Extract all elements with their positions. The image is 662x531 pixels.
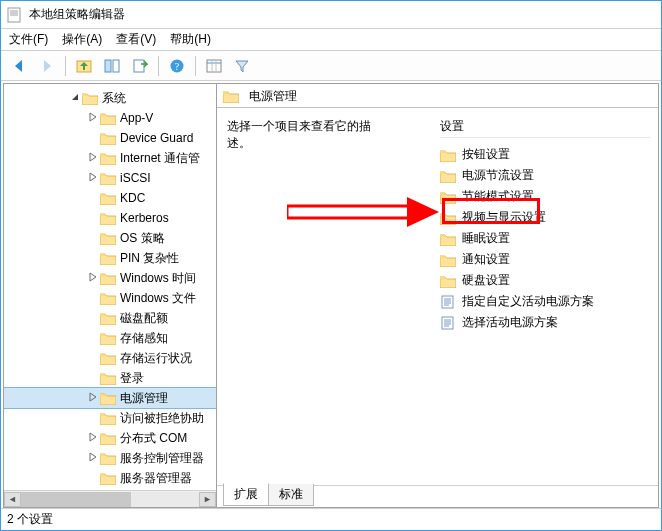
folder-icon (100, 171, 116, 185)
caret-icon[interactable] (86, 272, 100, 284)
scroll-left-button[interactable]: ◄ (4, 492, 21, 507)
caret-icon[interactable] (86, 432, 100, 444)
forward-button[interactable] (35, 54, 59, 78)
list-item[interactable]: 按钮设置 (440, 144, 650, 165)
showhide-button[interactable] (100, 54, 124, 78)
folder-icon (100, 251, 116, 265)
tree-item[interactable]: 服务器管理器 (4, 468, 216, 488)
tree-item[interactable]: 存储感知 (4, 328, 216, 348)
tree-item-label: Internet 通信管 (120, 150, 200, 167)
settings-column-header[interactable]: 设置 (440, 118, 650, 138)
caret-icon[interactable] (86, 112, 100, 124)
columns-icon (206, 58, 222, 74)
menu-view[interactable]: 查看(V) (116, 31, 156, 48)
tree-item-root[interactable]: 系统 (4, 88, 216, 108)
list-item[interactable]: 指定自定义活动电源方案 (440, 291, 650, 312)
window-title: 本地组策略编辑器 (29, 6, 125, 23)
tree-item-label: Windows 文件 (120, 290, 196, 307)
status-text: 2 个设置 (7, 511, 53, 528)
scroll-track[interactable] (21, 492, 199, 507)
toolbar-separator (65, 56, 66, 76)
list-item[interactable]: 选择活动电源方案 (440, 312, 650, 333)
tree-item-label: 系统 (102, 90, 126, 107)
folder-icon (100, 131, 116, 145)
app-icon (7, 7, 23, 23)
tree-item[interactable]: Windows 文件 (4, 288, 216, 308)
tree-item-label: 电源管理 (120, 390, 168, 407)
list-item-label: 通知设置 (462, 251, 510, 268)
content-pane: 电源管理 选择一个项目来查看它的描述。 设置 按钮设置电源节流设置节能模式设置视… (217, 83, 659, 508)
body: 系统App-VDevice GuardInternet 通信管iSCSIKDCK… (1, 81, 661, 508)
folder-icon (100, 111, 116, 125)
tree-item[interactable]: 电源管理 (4, 388, 216, 408)
tree-item-label: 服务器管理器 (120, 470, 192, 487)
menu-action[interactable]: 操作(A) (62, 31, 102, 48)
tree-item[interactable]: iSCSI (4, 168, 216, 188)
menu-help[interactable]: 帮助(H) (170, 31, 211, 48)
list-item-label: 睡眠设置 (462, 230, 510, 247)
tree-item-label: 存储运行状况 (120, 350, 192, 367)
tree-item-label: iSCSI (120, 171, 151, 185)
policy-icon (440, 295, 456, 309)
tree-item[interactable]: 登录 (4, 368, 216, 388)
tree[interactable]: 系统App-VDevice GuardInternet 通信管iSCSIKDCK… (4, 84, 216, 490)
policy-icon (440, 316, 456, 330)
folder-icon (440, 232, 456, 246)
folder-icon (100, 431, 116, 445)
scroll-thumb[interactable] (21, 492, 131, 507)
svg-rect-15 (207, 60, 221, 72)
list-item[interactable]: 睡眠设置 (440, 228, 650, 249)
filter-icon (234, 58, 250, 74)
toolbar: ? (1, 51, 661, 81)
folder-icon (440, 253, 456, 267)
export-button[interactable] (128, 54, 152, 78)
filter-button[interactable] (230, 54, 254, 78)
show-icon (104, 58, 120, 74)
caret-icon[interactable] (68, 92, 82, 104)
folder-icon (100, 191, 116, 205)
tree-item-label: KDC (120, 191, 145, 205)
tree-horizontal-scrollbar[interactable]: ◄ ► (4, 490, 216, 507)
tree-item-label: Device Guard (120, 131, 193, 145)
tree-item[interactable]: 访问被拒绝协助 (4, 408, 216, 428)
help-icon: ? (169, 58, 185, 74)
tree-item[interactable]: KDC (4, 188, 216, 208)
tree-item[interactable]: Kerberos (4, 208, 216, 228)
list-item[interactable]: 通知设置 (440, 249, 650, 270)
folder-icon (100, 231, 116, 245)
caret-icon[interactable] (86, 172, 100, 184)
content-description: 选择一个项目来查看它的描述。 (227, 118, 380, 152)
caret-icon[interactable] (86, 452, 100, 464)
caret-icon[interactable] (86, 392, 100, 404)
tree-item[interactable]: PIN 复杂性 (4, 248, 216, 268)
tree-item[interactable]: 磁盘配额 (4, 308, 216, 328)
tree-item-label: 存储感知 (120, 330, 168, 347)
caret-icon[interactable] (86, 152, 100, 164)
tree-item[interactable]: Device Guard (4, 128, 216, 148)
tree-item[interactable]: OS 策略 (4, 228, 216, 248)
tree-item[interactable]: Windows 时间 (4, 268, 216, 288)
up-button[interactable] (72, 54, 96, 78)
tree-item[interactable]: Internet 通信管 (4, 148, 216, 168)
svg-rect-10 (105, 60, 111, 72)
tab-standard[interactable]: 标准 (268, 484, 314, 506)
list-item-label: 指定自定义活动电源方案 (462, 293, 594, 310)
list-item[interactable]: 电源节流设置 (440, 165, 650, 186)
tree-item[interactable]: App-V (4, 108, 216, 128)
back-button[interactable] (7, 54, 31, 78)
menu-file[interactable]: 文件(F) (9, 31, 48, 48)
tree-item[interactable]: 分布式 COM (4, 428, 216, 448)
settings-list: 按钮设置电源节流设置节能模式设置视频与显示设置睡眠设置通知设置硬盘设置指定自定义… (440, 144, 650, 333)
tree-item[interactable]: 存储运行状况 (4, 348, 216, 368)
columns-button[interactable] (202, 54, 226, 78)
content-tabs: 扩展 标准 (217, 485, 658, 507)
help-button[interactable]: ? (165, 54, 189, 78)
tree-item[interactable]: 服务控制管理器 (4, 448, 216, 468)
folder-icon (223, 89, 239, 103)
tree-item-label: 磁盘配额 (120, 310, 168, 327)
menubar: 文件(F) 操作(A) 查看(V) 帮助(H) (1, 29, 661, 51)
scroll-right-button[interactable]: ► (199, 492, 216, 507)
tab-extended[interactable]: 扩展 (223, 483, 269, 506)
list-item[interactable]: 硬盘设置 (440, 270, 650, 291)
folder-icon (100, 471, 116, 485)
